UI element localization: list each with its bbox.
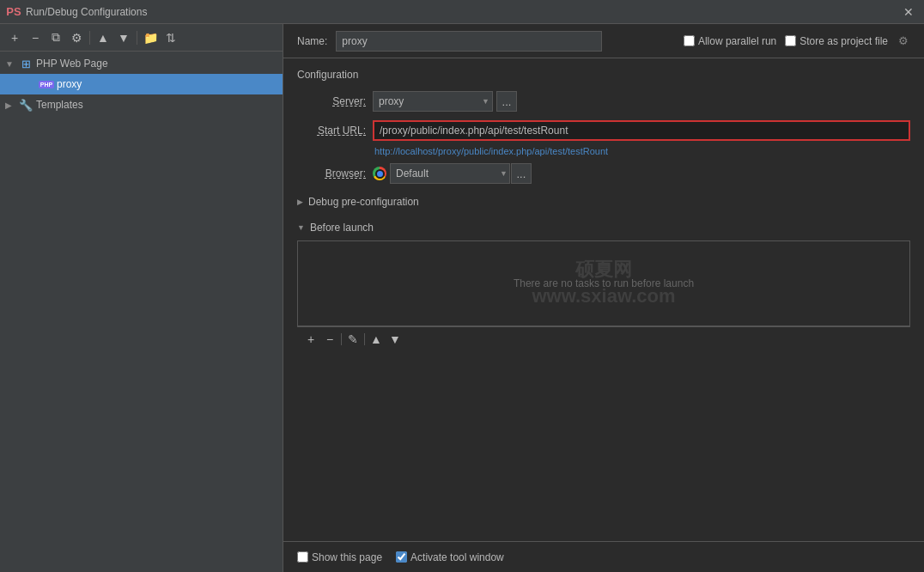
before-launch-toolbar: + − ✎ ▲ ▼ bbox=[297, 326, 910, 351]
list-remove-button[interactable]: − bbox=[321, 331, 338, 348]
group-label: PHP Web Page bbox=[36, 58, 108, 70]
titlebar: PS Run/Debug Configurations ✕ bbox=[0, 0, 924, 24]
debug-pre-config-header[interactable]: ▶ Debug pre-configuration bbox=[297, 192, 910, 211]
start-url-row: Start URL: bbox=[297, 120, 910, 141]
sort-button[interactable]: ⇅ bbox=[161, 28, 180, 47]
item-label: proxy bbox=[57, 78, 82, 90]
activate-tool-group: Activate tool window bbox=[396, 551, 504, 563]
server-more-button[interactable]: ... bbox=[496, 91, 517, 112]
templates-icon: 🔧 bbox=[19, 98, 33, 112]
server-select-group: proxy ▼ ... bbox=[373, 91, 517, 112]
toolbar-divider-2 bbox=[137, 31, 137, 45]
close-button[interactable]: ✕ bbox=[900, 3, 917, 21]
name-label: Name: bbox=[297, 35, 327, 47]
tree-templates[interactable]: ▶ 🔧 Templates bbox=[0, 94, 283, 115]
start-url-label-text: Start URL: bbox=[318, 125, 366, 137]
activate-tool-checkbox[interactable] bbox=[396, 551, 407, 563]
show-page-label[interactable]: Show this page bbox=[312, 551, 382, 563]
php-icon: PHP bbox=[40, 77, 53, 91]
list-up-button[interactable]: ▲ bbox=[368, 331, 385, 348]
top-bar: Name: Allow parallel run Store as projec… bbox=[283, 24, 924, 58]
browser-select-group: Default ▼ ... bbox=[373, 163, 532, 184]
empty-list-message: There are no tasks to run before launch bbox=[514, 277, 694, 289]
templates-arrow: ▶ bbox=[5, 100, 17, 110]
settings-button[interactable]: ⚙ bbox=[67, 28, 86, 47]
before-launch-header[interactable]: ▼ Before launch bbox=[297, 218, 910, 237]
server-select[interactable]: proxy bbox=[373, 91, 493, 112]
before-launch-content: 硕夏网 www.sxiaw.com There are no tasks to … bbox=[297, 240, 910, 326]
tree-item-proxy[interactable]: PHP proxy bbox=[0, 74, 283, 94]
start-url-input[interactable] bbox=[373, 120, 910, 141]
start-url-label: Start URL: bbox=[297, 125, 366, 137]
remove-config-button[interactable]: − bbox=[26, 28, 45, 47]
browser-row: Browser: Default ▼ ... bbox=[297, 163, 910, 184]
before-launch-label: Before launch bbox=[310, 222, 374, 234]
allow-parallel-checkbox[interactable] bbox=[684, 35, 695, 46]
debug-pre-config-label: Debug pre-configuration bbox=[308, 196, 419, 208]
show-page-checkbox[interactable] bbox=[297, 551, 308, 563]
list-add-button[interactable]: + bbox=[302, 331, 319, 348]
right-panel: Name: Allow parallel run Store as projec… bbox=[283, 24, 924, 572]
window-title: Run/Debug Configurations bbox=[26, 6, 900, 18]
show-page-group: Show this page bbox=[297, 551, 382, 563]
browser-select[interactable]: Default bbox=[390, 163, 510, 184]
templates-label: Templates bbox=[36, 99, 83, 111]
folder-button[interactable]: 📁 bbox=[141, 28, 160, 47]
gear-icon[interactable]: ⚙ bbox=[897, 34, 910, 48]
name-input[interactable] bbox=[336, 31, 602, 52]
section-title: Configuration bbox=[297, 69, 910, 81]
allow-parallel-label[interactable]: Allow parallel run bbox=[698, 35, 776, 47]
url-hint[interactable]: http://localhost/proxy/public/index.php/… bbox=[374, 146, 910, 156]
main-container: + − ⧉ ⚙ ▲ ▼ 📁 ⇅ ▼ ⊞ PHP Web Page PHP pro… bbox=[0, 24, 924, 572]
move-up-button[interactable]: ▲ bbox=[94, 28, 112, 47]
add-config-button[interactable]: + bbox=[5, 28, 24, 47]
activate-tool-label[interactable]: Activate tool window bbox=[410, 551, 504, 563]
list-toolbar-divider-2 bbox=[364, 333, 365, 345]
tree-group-php-web-page[interactable]: ▼ ⊞ PHP Web Page bbox=[0, 53, 283, 74]
store-project-checkbox[interactable] bbox=[785, 35, 796, 46]
toolbar-divider-1 bbox=[89, 31, 90, 45]
start-url-input-wrapper bbox=[373, 120, 910, 141]
bottom-footer: Show this page Activate tool window bbox=[283, 541, 924, 572]
config-tree: ▼ ⊞ PHP Web Page PHP proxy ▶ 🔧 Templates bbox=[0, 52, 283, 572]
copy-config-button[interactable]: ⧉ bbox=[46, 28, 65, 47]
browser-select-wrapper: Default ▼ bbox=[373, 163, 508, 184]
sidebar: + − ⧉ ⚙ ▲ ▼ 📁 ⇅ ▼ ⊞ PHP Web Page PHP pro… bbox=[0, 24, 283, 572]
list-down-button[interactable]: ▼ bbox=[386, 331, 404, 348]
before-launch-arrow: ▼ bbox=[297, 223, 305, 232]
web-page-icon: ⊞ bbox=[19, 57, 33, 70]
store-project-group: Store as project file bbox=[785, 35, 888, 47]
server-label: Server: bbox=[297, 95, 366, 107]
app-icon: PS bbox=[7, 5, 21, 19]
debug-pre-config-arrow: ▶ bbox=[297, 198, 303, 206]
move-down-button[interactable]: ▼ bbox=[114, 28, 133, 47]
before-launch-section: ▼ Before launch 硕夏网 www.sxiaw.com There … bbox=[297, 218, 910, 351]
list-edit-button[interactable]: ✎ bbox=[344, 331, 362, 348]
allow-parallel-group: Allow parallel run bbox=[684, 35, 776, 47]
store-project-label[interactable]: Store as project file bbox=[799, 35, 888, 47]
chrome-icon bbox=[373, 167, 386, 180]
list-toolbar-divider bbox=[341, 333, 342, 345]
config-section: Configuration Server: proxy ▼ ... bbox=[283, 58, 924, 541]
browser-more-button[interactable]: ... bbox=[511, 163, 532, 184]
server-select-wrapper: proxy ▼ bbox=[373, 91, 493, 112]
server-row: Server: proxy ▼ ... bbox=[297, 91, 910, 112]
group-expand-arrow: ▼ bbox=[5, 59, 17, 69]
debug-pre-config-section: ▶ Debug pre-configuration bbox=[297, 192, 910, 211]
browser-label: Browser: bbox=[297, 167, 366, 180]
server-label-text: Server: bbox=[332, 95, 366, 107]
sidebar-toolbar: + − ⧉ ⚙ ▲ ▼ 📁 ⇅ bbox=[0, 24, 283, 52]
browser-label-text: Browser: bbox=[325, 167, 366, 180]
